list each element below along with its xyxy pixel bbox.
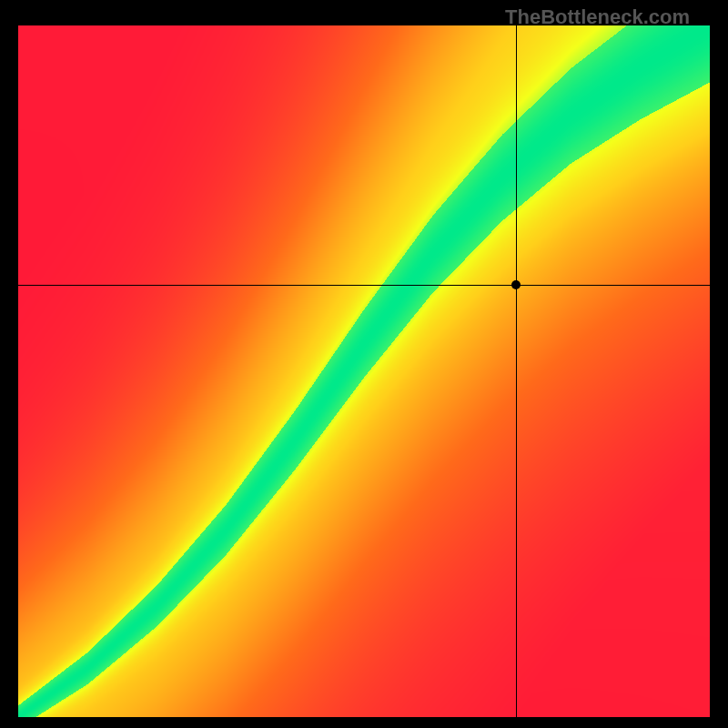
crosshair-marker-dot (511, 280, 521, 289)
watermark-text: TheBottleneck.com (505, 5, 690, 29)
heatmap-frame (18, 25, 710, 717)
crosshair-horizontal (18, 285, 710, 286)
crosshair-vertical (516, 25, 517, 717)
heatmap-canvas (18, 25, 710, 717)
